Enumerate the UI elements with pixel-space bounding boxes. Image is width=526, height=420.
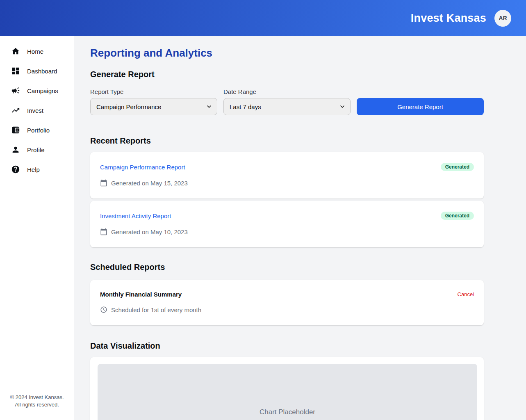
sidebar-item-label: Home	[27, 48, 43, 55]
sidebar-item-campaigns[interactable]: Campaigns	[0, 81, 74, 100]
report-type-field: Report Type Campaign Performance	[90, 88, 217, 115]
chart-card: Chart Placeholder	[90, 357, 484, 420]
data-visualization-heading: Data Visualization	[90, 341, 484, 351]
copyright-text: © 2024 Invest Kansas. All rights reserve…	[0, 394, 74, 420]
generate-report-form: Report Type Campaign Performance Date Ra…	[90, 88, 484, 115]
trending-up-icon	[11, 106, 20, 115]
status-badge: Generated	[441, 163, 474, 171]
report-title-link[interactable]: Campaign Performance Report	[100, 164, 185, 171]
report-type-label: Report Type	[90, 88, 217, 95]
recent-reports-heading: Recent Reports	[90, 136, 484, 146]
clock-icon	[100, 306, 107, 313]
report-title-link[interactable]: Investment Activity Report	[100, 212, 171, 219]
sidebar-item-invest[interactable]: Invest	[0, 100, 74, 120]
recent-reports-list: Campaign Performance Report Generated Ge…	[90, 152, 484, 247]
home-icon	[11, 47, 20, 56]
help-icon	[11, 165, 20, 174]
person-icon	[11, 145, 20, 154]
report-card: Investment Activity Report Generated Gen…	[90, 201, 484, 247]
sidebar-item-label: Help	[27, 166, 40, 173]
sidebar-item-label: Profile	[27, 146, 45, 153]
sidebar-item-label: Dashboard	[27, 68, 57, 75]
cancel-button[interactable]: Cancel	[458, 291, 474, 297]
sidebar-item-portfolio[interactable]: Portfolio	[0, 120, 74, 140]
scheduled-reports-heading: Scheduled Reports	[90, 262, 484, 272]
calendar-icon	[100, 179, 107, 187]
megaphone-icon	[11, 86, 20, 95]
scheduled-meta-text: Scheduled for 1st of every month	[111, 306, 201, 313]
date-range-select[interactable]: Last 7 days	[223, 98, 351, 115]
calendar-icon	[100, 228, 107, 235]
report-meta-text: Generated on May 10, 2023	[111, 228, 188, 235]
generate-button-cell: Generate Report	[357, 98, 484, 115]
report-meta-text: Generated on May 15, 2023	[111, 180, 188, 187]
scheduled-reports-list: Monthly Financial Summary Cancel Schedul…	[90, 280, 484, 325]
app-header: Invest Kansas AR	[0, 0, 526, 36]
report-type-select[interactable]: Campaign Performance	[90, 98, 217, 115]
scheduled-report-title: Monthly Financial Summary	[100, 291, 182, 298]
chart-placeholder: Chart Placeholder	[98, 364, 477, 420]
sidebar-item-label: Portfolio	[27, 127, 50, 134]
report-card: Campaign Performance Report Generated Ge…	[90, 152, 484, 199]
sidebar-item-dashboard[interactable]: Dashboard	[0, 61, 74, 81]
status-badge: Generated	[441, 212, 474, 220]
wallet-icon	[11, 126, 20, 135]
date-range-label: Date Range	[223, 88, 351, 95]
scheduled-report-card: Monthly Financial Summary Cancel Schedul…	[90, 280, 484, 325]
sidebar-item-label: Invest	[27, 107, 43, 114]
generate-report-button[interactable]: Generate Report	[357, 98, 484, 115]
sidebar-item-label: Campaigns	[27, 87, 58, 94]
avatar[interactable]: AR	[494, 10, 511, 27]
main-content: Reporting and Analytics Generate Report …	[74, 36, 526, 420]
generate-report-heading: Generate Report	[90, 69, 484, 79]
app-title: Invest Kansas	[411, 12, 486, 25]
dashboard-icon	[11, 66, 20, 75]
sidebar: Home Dashboard Campaigns Invest Portfoli…	[0, 36, 74, 420]
sidebar-item-help[interactable]: Help	[0, 160, 74, 179]
sidebar-item-profile[interactable]: Profile	[0, 140, 74, 160]
sidebar-item-home[interactable]: Home	[0, 41, 74, 61]
page-title: Reporting and Analytics	[90, 46, 484, 59]
date-range-field: Date Range Last 7 days	[223, 88, 351, 115]
